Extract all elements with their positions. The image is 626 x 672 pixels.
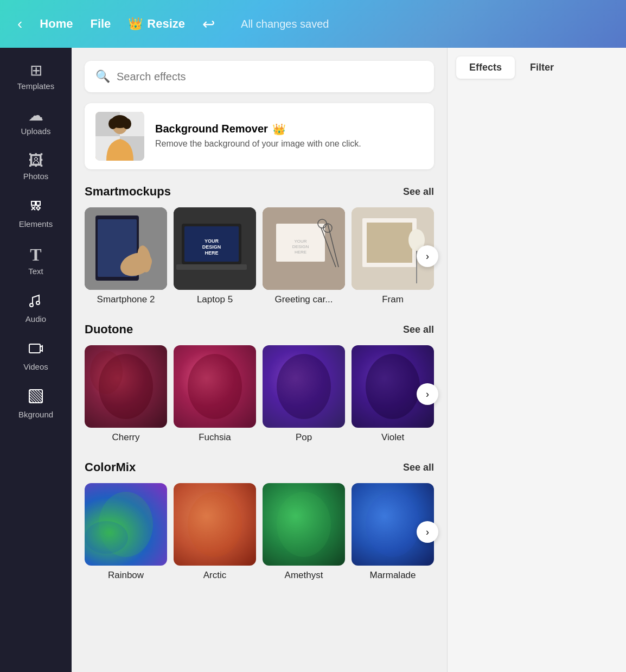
colormix-label-marmalade: Marmalade <box>369 570 416 581</box>
home-button[interactable]: Home <box>40 17 73 31</box>
smartmockup-label-smartphone2: Smartphone 2 <box>97 294 155 305</box>
colormix-item-arctic[interactable]: Arctic <box>174 483 256 581</box>
duotone-label-fuchsia: Fuchsia <box>199 432 231 443</box>
svg-rect-22 <box>176 264 247 270</box>
resize-button[interactable]: 👑 Resize <box>128 17 185 31</box>
svg-text:YOUR: YOUR <box>205 238 219 244</box>
main-area: ⊞ Templates ☁ Uploads 🖼 Photos Elements <box>0 48 626 672</box>
photos-icon: 🖼 <box>28 153 43 168</box>
svg-point-1 <box>36 301 40 305</box>
smartmockup-item-laptop5[interactable]: YOUR DESIGN HERE Laptop 5 <box>174 207 256 305</box>
sidebar-label-uploads: Uploads <box>21 126 50 136</box>
svg-text:HERE: HERE <box>295 250 306 255</box>
sidebar-item-uploads[interactable]: ☁ Uploads <box>6 102 66 142</box>
duotone-item-fuchsia[interactable]: Fuchsia <box>174 345 256 443</box>
content-area: 🔍 <box>72 48 447 672</box>
colormix-label-amethyst: Amethyst <box>285 570 323 581</box>
colormix-item-amethyst[interactable]: Amethyst <box>263 483 345 581</box>
tab-filter[interactable]: Filter <box>517 56 567 79</box>
duotone-section: Duotone See all Cherry <box>85 322 434 443</box>
duotone-thumb-fuchsia <box>174 345 256 428</box>
colormix-see-all[interactable]: See all <box>403 462 434 473</box>
colormix-label-arctic: Arctic <box>203 570 227 581</box>
duotone-title: Duotone <box>85 322 133 337</box>
colormix-grid: Rainbow Arctic Ame <box>85 483 434 581</box>
duotone-item-cherry[interactable]: Cherry <box>85 345 167 443</box>
colormix-next-button[interactable]: › <box>417 521 438 543</box>
svg-text:DESIGN: DESIGN <box>202 244 221 250</box>
sidebar-item-background[interactable]: Bkground <box>6 382 66 426</box>
svg-point-38 <box>90 351 123 394</box>
colormix-item-rainbow[interactable]: Rainbow <box>85 483 167 581</box>
duotone-thumb-cherry <box>85 345 167 428</box>
svg-text:YOUR: YOUR <box>294 239 306 244</box>
bg-remover-thumbnail <box>95 112 144 161</box>
svg-text:HERE: HERE <box>205 250 218 256</box>
videos-icon <box>28 341 43 359</box>
sidebar-label-text: Text <box>28 267 43 276</box>
save-status: All changes saved <box>241 18 329 30</box>
sidebar-item-text[interactable]: T Text <box>6 239 66 282</box>
colormix-thumb-arctic <box>174 483 256 566</box>
svg-point-0 <box>30 303 33 307</box>
sidebar-item-templates[interactable]: ⊞ Templates <box>6 56 66 97</box>
smartmockups-see-all[interactable]: See all <box>403 186 434 198</box>
duotone-header: Duotone See all <box>85 322 434 337</box>
svg-rect-34 <box>367 223 412 263</box>
undo-button[interactable]: ↩ <box>202 15 215 33</box>
duotone-grid: Cherry Fuchsia Pop <box>85 345 434 443</box>
colormix-thumb-rainbow <box>85 483 167 566</box>
smartmockup-thumb-smartphone2 <box>85 207 167 290</box>
sidebar: ⊞ Templates ☁ Uploads 🖼 Photos Elements <box>0 48 72 672</box>
audio-icon <box>28 293 43 311</box>
elements-icon <box>28 198 43 216</box>
smartmockup-item-greeting[interactable]: YOUR DESIGN HERE Greeting car... <box>263 207 345 305</box>
duotone-next-button[interactable]: › <box>417 383 438 405</box>
duotone-see-all[interactable]: See all <box>403 324 434 335</box>
duotone-label-violet: Violet <box>381 432 404 443</box>
smartmockups-section: Smartmockups See all <box>85 185 434 305</box>
smartmockup-label-frame: Fram <box>382 294 404 305</box>
text-icon: T <box>30 246 41 263</box>
smartmockups-next-button[interactable]: › <box>417 245 438 267</box>
bg-remover-title: Background Remover <box>155 123 268 135</box>
search-input[interactable] <box>117 71 423 83</box>
svg-point-40 <box>277 354 331 419</box>
sidebar-item-audio[interactable]: Audio <box>6 287 66 330</box>
sidebar-label-background: Bkground <box>18 410 53 419</box>
bg-remover-card[interactable]: Background Remover 👑 Remove the backgrou… <box>85 103 434 169</box>
background-icon <box>28 389 43 407</box>
sidebar-label-photos: Photos <box>23 172 49 181</box>
back-button[interactable]: ‹ <box>17 15 22 33</box>
colormix-section: ColorMix See all Rainbow <box>85 460 434 581</box>
smartmockup-thumb-laptop5: YOUR DESIGN HERE <box>174 207 256 290</box>
file-button[interactable]: File <box>90 17 111 31</box>
sidebar-item-videos[interactable]: Videos <box>6 334 66 378</box>
smartmockup-item-smartphone2[interactable]: Smartphone 2 <box>85 207 167 305</box>
sidebar-label-elements: Elements <box>19 219 53 229</box>
duotone-label-pop: Pop <box>296 432 312 443</box>
svg-point-41 <box>366 354 420 419</box>
bg-remover-description: Remove the background of your image with… <box>155 138 361 150</box>
colormix-thumb-amethyst <box>263 483 345 566</box>
templates-icon: ⊞ <box>30 63 42 78</box>
uploads-icon: ☁ <box>28 108 43 123</box>
duotone-thumb-pop <box>263 345 345 428</box>
colormix-label-rainbow: Rainbow <box>108 570 144 581</box>
svg-point-44 <box>188 492 242 557</box>
colormix-header: ColorMix See all <box>85 460 434 474</box>
smartmockup-thumb-greeting: YOUR DESIGN HERE <box>263 207 345 290</box>
sidebar-item-elements[interactable]: Elements <box>6 192 66 235</box>
search-icon: 🔍 <box>95 69 110 84</box>
smartmockups-grid: Smartphone 2 YOUR DESIGN HERE <box>85 207 434 305</box>
svg-rect-2 <box>29 344 40 353</box>
search-bar[interactable]: 🔍 <box>85 61 434 92</box>
smartmockup-label-greeting: Greeting car... <box>275 294 333 305</box>
tab-effects[interactable]: Effects <box>456 56 515 79</box>
smartmockup-label-laptop5: Laptop 5 <box>197 294 233 305</box>
crown-icon: 👑 <box>272 123 286 136</box>
smartmockups-header: Smartmockups See all <box>85 185 434 199</box>
sidebar-item-photos[interactable]: 🖼 Photos <box>6 147 66 187</box>
svg-point-43 <box>85 521 128 554</box>
duotone-item-pop[interactable]: Pop <box>263 345 345 443</box>
